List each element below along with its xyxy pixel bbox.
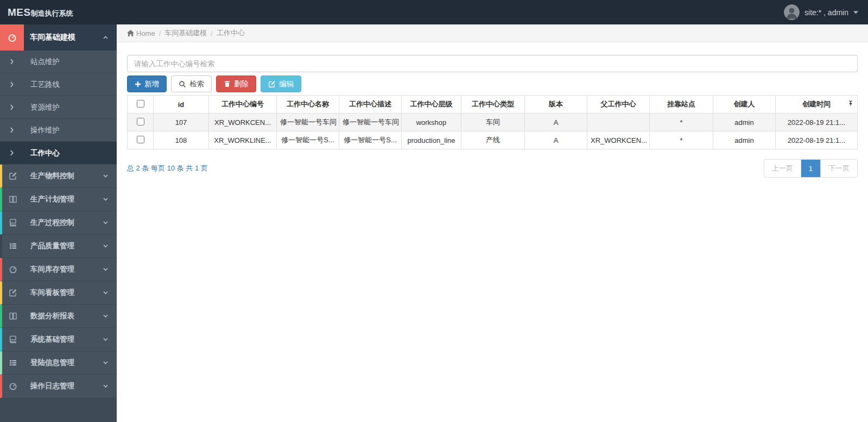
row-checkbox[interactable]: [137, 136, 144, 143]
edit-button[interactable]: 编辑: [261, 75, 301, 92]
columns-icon: [2, 195, 23, 204]
chevron-down-icon: [103, 384, 117, 388]
app-logo: MES 制造执行系统: [0, 7, 73, 18]
sidebar-group-inventory-management[interactable]: 车间库存管理: [0, 258, 117, 281]
toolbar: 新增 检索 删除: [127, 75, 858, 92]
chevron-down-icon: [103, 267, 117, 272]
book-icon: [2, 218, 23, 227]
chevron-down-icon: [103, 337, 117, 342]
table-row[interactable]: 107 XR_WORKCEN... 修一智能一号车间 修一智能一号车间 work…: [128, 114, 858, 131]
sidebar-group-label: 生产计划管理: [23, 194, 103, 204]
column-header-description: 工作中心描述: [339, 96, 402, 114]
edit-icon: [2, 288, 23, 297]
sidebar-item-label: 资源维护: [23, 103, 60, 112]
main-area: Home / 车间基础建模 / 工作中心: [117, 24, 868, 422]
sidebar-group-operation-log-management[interactable]: 操作日志管理: [0, 375, 117, 398]
work-center-search-input[interactable]: [127, 55, 858, 72]
sidebar-item-work-center[interactable]: 工作中心: [0, 142, 117, 165]
chevron-down-icon: [103, 291, 117, 295]
column-header-id: id: [154, 96, 209, 114]
table-footer: 总 2 条 每页 10 条 共 1 页 上一页 1 下一页: [127, 159, 858, 178]
breadcrumb: Home / 车间基础建模 / 工作中心: [117, 24, 868, 42]
plus-icon: [135, 81, 141, 87]
search-button[interactable]: 检索: [171, 75, 212, 92]
list-icon: [2, 358, 23, 367]
delete-button[interactable]: 删除: [216, 75, 256, 92]
sidebar-item-label: 工艺路线: [23, 80, 60, 90]
chevron-right-icon: [0, 104, 23, 110]
column-header-created-time: 创建时间: [776, 96, 858, 114]
sidebar-group-label: 车间库存管理: [23, 264, 103, 274]
sidebar-group-plan-management[interactable]: 生产计划管理: [0, 188, 117, 211]
user-menu[interactable]: site:* , admin: [784, 4, 868, 20]
row-checkbox[interactable]: [137, 118, 144, 125]
sidebar-group-label: 车间看板管理: [23, 288, 103, 298]
sidebar-item-process-route[interactable]: 工艺路线: [0, 73, 117, 96]
pin-icon[interactable]: [848, 100, 853, 109]
sidebar: 车间基础建模 站点维护 工艺路线: [0, 24, 117, 422]
chevron-right-icon: [0, 127, 23, 133]
select-all-checkbox[interactable]: [137, 100, 144, 108]
pagination: 上一页 1 下一页: [764, 159, 858, 178]
work-center-table: id 工作中心编号 工作中心名称 工作中心描述 工作中心层级 工作中心类型 版本…: [127, 95, 858, 149]
edit-icon: [2, 172, 23, 180]
search-icon: [179, 80, 186, 88]
sidebar-group-kanban-management[interactable]: 车间看板管理: [0, 281, 117, 305]
prev-page-button[interactable]: 上一页: [764, 159, 801, 178]
sidebar-item-label: 工作中心: [23, 148, 60, 158]
breadcrumb-workshop-modeling[interactable]: 车间基础建模: [164, 28, 207, 38]
column-header-version: 版本: [525, 96, 587, 114]
sidebar-item-resource-maintenance[interactable]: 资源维护: [0, 96, 117, 119]
table-header-row: id 工作中心编号 工作中心名称 工作中心描述 工作中心层级 工作中心类型 版本…: [128, 96, 858, 114]
list-icon: [2, 242, 23, 250]
sidebar-group-label: 产品质量管理: [23, 241, 103, 251]
user-name: site:* , admin: [804, 8, 848, 17]
chevron-down-icon: [103, 361, 117, 365]
sidebar-group-workshop-modeling[interactable]: 车间基础建模: [0, 24, 117, 51]
column-header-parent: 父工作中心: [587, 96, 650, 114]
sidebar-item-operation-maintenance[interactable]: 操作维护: [0, 119, 117, 142]
edit-icon: [268, 80, 276, 88]
column-header-type: 工作中心类型: [461, 96, 525, 114]
sidebar-group-quality-management[interactable]: 产品质量管理: [0, 235, 117, 258]
columns-icon: [2, 312, 23, 320]
sidebar-group-material-control[interactable]: 生产物料控制: [0, 165, 117, 188]
chevron-down-icon: [103, 314, 117, 318]
sidebar-group-label: 生产物料控制: [23, 171, 103, 181]
sidebar-group-label: 车间基础建模: [24, 33, 103, 42]
column-header-creator: 创建人: [713, 96, 776, 114]
chevron-down-icon: [103, 197, 117, 201]
next-page-button[interactable]: 下一页: [820, 159, 858, 178]
chevron-down-icon: [103, 174, 117, 178]
chevron-right-icon: [0, 59, 23, 65]
sidebar-group-label: 系统基础管理: [23, 335, 103, 344]
page-1-button[interactable]: 1: [801, 159, 821, 178]
sidebar-group-label: 生产过程控制: [23, 218, 103, 228]
add-button[interactable]: 新增: [127, 75, 167, 92]
breadcrumb-home[interactable]: Home: [127, 29, 155, 37]
sidebar-group-data-reports[interactable]: 数据分析报表: [0, 305, 117, 328]
gauge-icon: [2, 265, 23, 274]
column-header-name: 工作中心名称: [277, 96, 339, 114]
sidebar-group-process-control[interactable]: 生产过程控制: [0, 211, 117, 235]
sidebar-footer-area: [0, 398, 117, 422]
sidebar-group-label: 操作日志管理: [23, 381, 103, 391]
caret-down-icon: [853, 11, 858, 14]
header-select-all: [128, 96, 154, 114]
mes-app: MES 制造执行系统 site:* , admin: [0, 0, 868, 422]
sidebar-item-station-maintenance[interactable]: 站点维护: [0, 51, 117, 73]
logo-text-primary: MES: [8, 7, 31, 18]
sidebar-group-label: 登陆信息管理: [23, 358, 103, 368]
chevron-down-icon: [103, 221, 117, 225]
logo-text-secondary: 制造执行系统: [31, 9, 73, 18]
sidebar-group-label: 数据分析报表: [23, 311, 103, 321]
table-row[interactable]: 108 XR_WORKLINE... 修一智能一号S... 修一智能一号S...…: [128, 131, 858, 149]
chevron-right-icon: [0, 81, 23, 87]
sidebar-group-login-info-management[interactable]: 登陆信息管理: [0, 351, 117, 375]
chevron-up-icon: [103, 35, 117, 40]
gauge-icon: [2, 382, 23, 390]
column-header-level: 工作中心层级: [402, 96, 461, 114]
column-header-code: 工作中心编号: [209, 96, 277, 114]
sidebar-group-system-management[interactable]: 系统基础管理: [0, 328, 117, 351]
content: 新增 检索 删除: [117, 42, 868, 178]
